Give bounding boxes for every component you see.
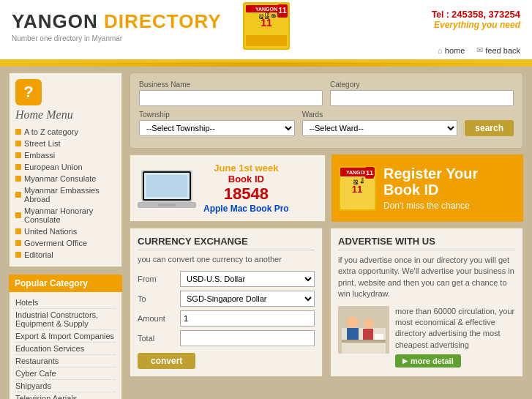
laptop-image xyxy=(138,166,196,210)
menu-item[interactable]: United Nations xyxy=(15,225,116,237)
home-menu-title: Home Menu xyxy=(15,108,116,122)
nav-home-link[interactable]: ⌂ home xyxy=(438,45,465,55)
svg-text:11: 11 xyxy=(261,17,272,29)
popular-item[interactable]: Industrial Constructors, Equipment & Sup… xyxy=(15,309,116,330)
nav-home-label: home xyxy=(445,46,465,55)
logo-yangon-text: YANGON xyxy=(12,10,98,32)
center-content: Business Name Category Township --Select… xyxy=(130,72,523,399)
from-label: From xyxy=(138,275,174,283)
svg-rect-31 xyxy=(375,334,383,340)
nav-feedback-label: feed back xyxy=(485,46,520,55)
amount-input[interactable] xyxy=(180,310,315,327)
menu-item-label: Editorial xyxy=(24,250,53,259)
currency-exchange-box: CURRENCY EXCHANGE you can convert one cu… xyxy=(130,228,323,377)
menu-bullet-icon xyxy=(15,212,21,218)
menu-item[interactable]: Embassi xyxy=(15,149,116,161)
more-detail-button[interactable]: ▶ more detail xyxy=(395,354,461,368)
popular-list: HotelsIndustrial Constructors, Equipment… xyxy=(9,292,122,399)
popular-item[interactable]: Cyber Cafe xyxy=(15,368,116,380)
register-title: Register Your Book ID xyxy=(383,165,478,198)
home-icon: ⌂ xyxy=(438,46,443,55)
convert-button[interactable]: convert xyxy=(138,353,195,369)
menu-item-label: Myanmar Consulate xyxy=(24,174,96,183)
promo-product: Apple Mac Book Pro xyxy=(203,204,289,214)
laptop-promo-box: June 1st week Book ID 18548 Apple Mac Bo… xyxy=(130,154,326,222)
menu-item-label: Myanmar Honorary Consulate xyxy=(24,206,116,224)
menu-item-label: Myanmar Embassies Abroad xyxy=(24,186,116,204)
menu-item-label: Embassi xyxy=(24,151,55,160)
business-name-field: Business Name xyxy=(139,81,323,106)
book-cover-image: YANGON ညွှန်ကြား 11 11 xyxy=(237,0,296,53)
tel-label: Tel : xyxy=(432,10,449,20)
category-input[interactable] xyxy=(330,90,514,106)
menu-item-label: Street List xyxy=(24,139,61,148)
popular-category-section: Popular Category HotelsIndustrial Constr… xyxy=(9,275,122,399)
total-input[interactable] xyxy=(180,330,315,346)
home-menu-box: ? Home Menu A to Z categoryStreet ListEm… xyxy=(9,72,122,267)
question-icon: ? xyxy=(15,79,42,105)
sidebar: ? Home Menu A to Z categoryStreet ListEm… xyxy=(9,72,122,399)
menu-item[interactable]: European Union xyxy=(15,161,116,173)
to-select[interactable]: SGD-Singapore Dollar xyxy=(180,291,315,307)
popular-item[interactable]: Shipyards xyxy=(15,380,116,392)
township-field: Township --Select Township-- xyxy=(139,111,295,136)
menu-item[interactable]: Editorial xyxy=(15,249,116,261)
menu-bullet-icon xyxy=(15,192,21,198)
currency-from-row: From USD-U.S. Dollar xyxy=(138,271,315,287)
logo-tagline: Number one directory in Myanmar xyxy=(12,34,122,42)
category-field: Category xyxy=(330,81,514,106)
svg-point-26 xyxy=(347,316,359,328)
svg-text:YANGON: YANGON xyxy=(255,7,277,12)
popular-category-header: Popular Category xyxy=(9,275,122,292)
menu-item[interactable]: Myanmar Embassies Abroad xyxy=(15,184,116,205)
logo-area: YANGON DIRECTORY Number one directory in… xyxy=(12,6,520,42)
promo-id: 18548 xyxy=(203,184,289,204)
menu-item[interactable]: Street List xyxy=(15,138,116,149)
home-menu-list: A to Z categoryStreet ListEmbassiEuropea… xyxy=(15,126,116,261)
from-select[interactable]: USD-U.S. Dollar xyxy=(180,271,315,287)
register-banner[interactable]: YANGON ညွှန် 11 11 Register Your Book ID… xyxy=(331,154,523,222)
tel-number: 245358, 373254 xyxy=(452,9,520,20)
business-name-input[interactable] xyxy=(139,90,323,106)
popular-item[interactable]: Restaurants xyxy=(15,355,116,368)
popular-item[interactable]: Education Services xyxy=(15,343,116,355)
advertise-desc: if you advertise once in our directory y… xyxy=(338,255,515,300)
search-button[interactable]: search xyxy=(465,120,514,136)
advertise-title: ADVERTISE WITH US xyxy=(338,236,515,250)
nav-feedback-link[interactable]: ✉ feed back xyxy=(476,45,520,55)
category-label: Category xyxy=(330,81,514,89)
search-row-1: Business Name Category xyxy=(139,81,514,106)
advertise-content: more than 60000 circulation, your most e… xyxy=(338,306,515,368)
header: YANGON DIRECTORY Number one directory in… xyxy=(0,0,532,62)
to-label: To xyxy=(138,294,174,303)
currency-amount-row: Amount xyxy=(138,310,315,327)
menu-item-label: A to Z category xyxy=(24,127,78,136)
popular-item[interactable]: Hotels xyxy=(15,297,116,309)
register-subtitle: Don't miss the chance xyxy=(383,201,478,211)
search-box: Business Name Category Township --Select… xyxy=(130,72,523,149)
township-select[interactable]: --Select Township-- xyxy=(139,120,295,136)
menu-bullet-icon xyxy=(15,152,21,158)
menu-bullet-icon xyxy=(15,252,21,258)
menu-item-label: Goverment Office xyxy=(24,239,87,247)
menu-item-label: European Union xyxy=(24,163,83,171)
more-detail-label: more detail xyxy=(411,357,454,365)
popular-item[interactable]: Television Aerials xyxy=(15,392,116,399)
menu-bullet-icon xyxy=(15,240,21,246)
currency-desc: you can convert one currency to another xyxy=(138,255,315,264)
menu-item[interactable]: Myanmar Honorary Consulate xyxy=(15,205,116,225)
menu-item[interactable]: Goverment Office xyxy=(15,237,116,249)
currency-title: CURRENCY EXCHANGE xyxy=(138,236,315,250)
logo-directory-text: DIRECTORY xyxy=(98,10,222,32)
popular-item[interactable]: Export & Import Companies xyxy=(15,330,116,343)
promo-book: Book ID xyxy=(203,174,289,184)
menu-item[interactable]: A to Z category xyxy=(15,126,116,138)
menu-item[interactable]: Myanmar Consulate xyxy=(15,173,116,184)
arrow-right-icon: ▶ xyxy=(402,357,408,365)
currency-to-row: To SGD-Singapore Dollar xyxy=(138,291,315,307)
currency-total-row: Total xyxy=(138,330,315,346)
wards-select[interactable]: --Select Ward-- xyxy=(302,120,458,136)
svg-rect-13 xyxy=(146,175,187,197)
bottom-row: CURRENCY EXCHANGE you can convert one cu… xyxy=(130,228,523,377)
promo-row: June 1st week Book ID 18548 Apple Mac Bo… xyxy=(130,154,523,222)
